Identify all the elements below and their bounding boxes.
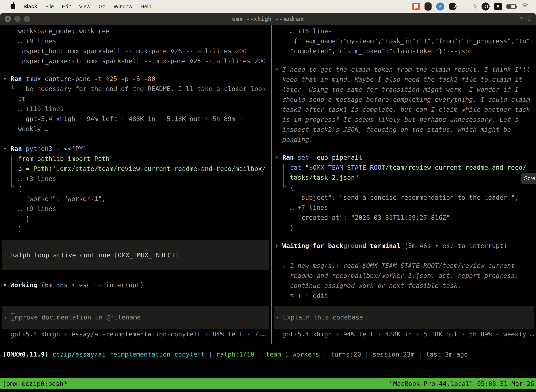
window-shortcut: ⌥⌘1 bbox=[520, 13, 531, 25]
thinking-line: pending. bbox=[275, 135, 536, 145]
apple-icon[interactable] bbox=[10, 4, 15, 9]
left-working-status: • Working (6m 38s • esc to interrupt) bbox=[3, 280, 271, 290]
right-pane-status: gpt-5.4 xhigh · 94% left · 488K in · 5.1… bbox=[275, 329, 536, 339]
menu-bar: Slack File Edit View Go Window Help ⚡ § … bbox=[0, 0, 536, 13]
text-cursor[interactable]: I bbox=[11, 314, 15, 321]
prompt-line: › Improve documentation in @filename bbox=[4, 312, 141, 322]
terminal-line: … +16 lines bbox=[275, 26, 536, 36]
pane-right: … +16 lines '{"team_name":"my-team","tas… bbox=[272, 25, 536, 344]
status-bullet-icon: • bbox=[275, 242, 278, 249]
wifi-icon[interactable] bbox=[521, 3, 529, 10]
inject-line: › Ralph loop active continue [OMX_TMUX_I… bbox=[4, 250, 179, 260]
tree-connector-corner bbox=[11, 186, 14, 187]
terminal-line: from pathlib import Path bbox=[3, 154, 271, 164]
model-status-line: gpt-5.4 xhigh · 94% left · 488K in · 5.1… bbox=[275, 329, 536, 339]
session-name: cczip/essay/ai-reimplementation-copyleft bbox=[48, 351, 205, 358]
terminal-line: └ be necessary for the end of the README… bbox=[3, 84, 271, 94]
turns-counter: turns:20 bbox=[330, 351, 361, 358]
menu-item-app[interactable]: Slack bbox=[23, 4, 37, 9]
command-line: tasks/task-2.json" bbox=[275, 173, 536, 182]
terminal-line: "worker": "worker-1", bbox=[3, 194, 271, 204]
menu-item-view[interactable]: View bbox=[79, 4, 90, 9]
menu-item-file[interactable]: File bbox=[45, 4, 54, 9]
version-badge: [OMX#0.11.9] bbox=[3, 351, 48, 358]
left-prompt-input[interactable]: › Improve documentation in @filename bbox=[2, 306, 269, 329]
terminal-line: ] bbox=[3, 214, 271, 224]
prompt-caret-icon: › bbox=[275, 314, 279, 321]
screen-tooltip[interactable]: Scre bbox=[521, 173, 536, 184]
left-pane-status: gpt-5.4 xhigh · essay/ai-reimplementatio… bbox=[3, 329, 271, 339]
badge-61-icon[interactable]: ..61 bbox=[482, 2, 490, 10]
run-bullet-icon: • bbox=[3, 145, 7, 152]
screen-record-icon[interactable] bbox=[412, 3, 420, 10]
thinking-line: should send a message before completing … bbox=[275, 94, 536, 104]
right-mailbox-message: ↳ 1 new msg(s): read $OMX_TEAM_STATE_ROO… bbox=[275, 261, 536, 301]
dots-grid-icon[interactable] bbox=[461, 3, 469, 10]
prompt-caret-icon: › bbox=[4, 314, 11, 321]
terminal-line: … +9 lines bbox=[3, 204, 271, 214]
menu-item-help[interactable]: Help bbox=[140, 4, 151, 9]
disk-usage-icon[interactable] bbox=[449, 3, 456, 10]
session-duration: session:23m bbox=[373, 351, 414, 358]
right-prompt-input[interactable]: › Explain this codebase bbox=[274, 306, 534, 329]
tree-connector-line bbox=[283, 164, 284, 187]
model-status-line: gpt-5.4 xhigh · essay/ai-reimplementatio… bbox=[3, 329, 271, 339]
last-activity: last:3m ago bbox=[426, 351, 468, 358]
omx-status-line: [OMX#0.11.9] cczip/essay/ai-reimplementa… bbox=[3, 349, 536, 359]
terminal-line: … +110 lines bbox=[3, 104, 271, 114]
menu-item-edit[interactable]: Edit bbox=[62, 4, 71, 9]
waiting-line: • Waiting for background terminal (3m 46… bbox=[275, 241, 536, 251]
thinking-line: inspect task2's JSON, focusing on the st… bbox=[275, 125, 536, 135]
right-waiting-status: • Waiting for background terminal (3m 46… bbox=[275, 241, 536, 251]
thinking-line: • I need to get the claim token from the… bbox=[275, 65, 536, 75]
left-command-python: • Ran python3 - <<'PY' from pathlib impo… bbox=[3, 144, 271, 234]
window-title-bar: omx --xhigh --madmax ⌥⌘1 bbox=[0, 13, 536, 25]
chevron-icon: › bbox=[4, 252, 7, 259]
terminal-line: "subject": "send a concise recommendatio… bbox=[275, 192, 536, 202]
squiggle-icon[interactable]: § bbox=[474, 2, 477, 10]
menu-item-go[interactable]: Go bbox=[98, 4, 105, 9]
status-line: [OMX#0.11.9] cczip/essay/ai-reimplementa… bbox=[3, 349, 536, 359]
prompt-line: › Explain this codebase bbox=[275, 312, 363, 322]
message-line: readme-and-reco/mailbox/worker-1.json, a… bbox=[275, 271, 536, 281]
terminal-line: inspect_worker-1: omx sparkshell --tmux-… bbox=[3, 56, 271, 66]
tmux-host-clock: "MacBook-Pro-44.local" 05:03 31-Mar-26 bbox=[389, 378, 534, 389]
thinking-line: task2 after task1 is complete, but can I… bbox=[275, 104, 536, 115]
terminal-line: … +7 lines bbox=[275, 202, 536, 213]
thinking-line: later. Using the same for transition mig… bbox=[275, 84, 536, 94]
run-bullet-icon: • bbox=[3, 75, 7, 82]
tree-connector-corner bbox=[283, 186, 286, 187]
edit-hint: ⌥ + ↑ edit bbox=[275, 291, 536, 301]
working-line: • Working (6m 38s • esc to interrupt) bbox=[3, 280, 271, 290]
battery-icon[interactable]: ⚡ bbox=[507, 4, 516, 9]
left-output-top: workspace_mode: worktree … +9 lines insp… bbox=[3, 26, 271, 66]
input-source-icon[interactable]: A bbox=[494, 3, 502, 10]
command-line: • Ran python3 - <<'PY' bbox=[3, 144, 271, 154]
pane-border-bottom-right bbox=[272, 344, 536, 344]
terminal-line: "created_at": "2026-03-31T11:59:27.816Z" bbox=[275, 213, 536, 223]
pane-border-bottom-left bbox=[0, 344, 271, 344]
keypad-shield-icon[interactable] bbox=[425, 2, 431, 10]
pane-left: workspace_mode: worktree … +9 lines insp… bbox=[0, 25, 271, 344]
terminal-line: { bbox=[3, 184, 271, 194]
right-command-cat: • Ran set -euo pipefail cat "$OMX_TEAM_S… bbox=[275, 152, 536, 233]
tree-connector-line bbox=[11, 155, 12, 187]
terminal-line: … +3 lines bbox=[3, 174, 271, 184]
tmux-session-window[interactable]: [omx-cczip0:bash* bbox=[2, 378, 67, 389]
terminal-line: } bbox=[3, 224, 271, 234]
bolt-icon[interactable]: ⚡ bbox=[436, 2, 444, 10]
terminal-line: workspace_mode: worktree bbox=[3, 26, 271, 36]
menu-item-window[interactable]: Window bbox=[114, 4, 132, 9]
terminal-line: p = Path('.omx/state/team/review-current… bbox=[3, 164, 271, 174]
terminal-line: … +9 lines bbox=[3, 36, 271, 46]
left-inject-banner[interactable]: › Ralph loop active continue [OMX_TMUX_I… bbox=[2, 240, 269, 270]
left-command-tmux: • Ran tmux capture-pane -t %25 -p -S -80… bbox=[3, 74, 271, 134]
right-thinking-block: • I need to get the claim token from the… bbox=[275, 65, 536, 145]
thinking-line: keep that in mind. Maybe I also need the… bbox=[275, 75, 536, 84]
terminal-line: { bbox=[275, 182, 536, 192]
run-bullet-icon: • bbox=[275, 154, 278, 161]
menu-tray: ⚡ § ..61 A ⚡ bbox=[412, 2, 529, 10]
terminal-line: gpt-5.4 xhigh · 94% left · 488K in · 5.1… bbox=[3, 114, 271, 124]
terminal-line: inspect_hud: omx sparkshell --tmux-pane … bbox=[3, 46, 271, 56]
menu-left: Slack File Edit View Go Window Help bbox=[10, 4, 151, 9]
